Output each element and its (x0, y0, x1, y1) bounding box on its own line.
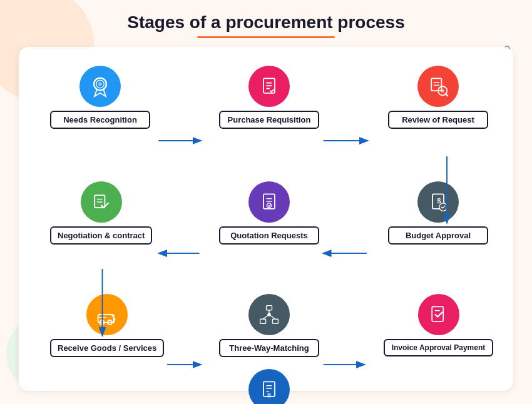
icon-invoice-approval (418, 294, 459, 335)
flow-diagram: Needs Recognition Purchase Requisition (38, 59, 494, 378)
icon-three-way-matching (248, 294, 290, 335)
icon-quotation-requests (248, 181, 290, 223)
node-needs-recognition: Needs Recognition (50, 66, 150, 129)
label-receive-goods: Receive Goods / Services (50, 339, 164, 357)
icon-review-of-request (417, 66, 459, 107)
node-quotation-requests: Quotation Requests (219, 181, 319, 245)
svg-text:$: $ (437, 196, 441, 205)
node-three-way-matching: Three-Way-Matching (219, 294, 319, 357)
label-purchase-requisition: Purchase Requisition (219, 111, 319, 129)
svg-rect-43 (267, 393, 270, 397)
svg-rect-32 (272, 319, 278, 323)
label-needs-recognition: Needs Recognition (50, 111, 150, 129)
icon-purchase-requisition (248, 66, 290, 107)
svg-rect-30 (267, 306, 272, 310)
label-three-way-matching: Three-Way-Matching (219, 339, 319, 357)
page-title: Stages of a procurement process (13, 6, 519, 33)
main-container: Stages of a procurement process Needs Re… (0, 0, 532, 397)
svg-rect-10 (431, 78, 441, 91)
icon-receive-goods (86, 294, 128, 335)
node-review-of-request: Review of Request (388, 66, 488, 129)
node-invoice-approval: Invoice Approval Payment (384, 294, 493, 356)
svg-point-15 (441, 89, 444, 93)
node-negotiation-contract: Negotiation & contract (50, 181, 152, 245)
icon-record-keeping (248, 369, 290, 404)
label-budget-approval: Budget Approval (388, 226, 488, 245)
label-quotation-requests: Quotation Requests (219, 226, 319, 245)
icon-needs-recognition (79, 66, 121, 107)
icon-negotiation-contract (81, 181, 122, 223)
label-invoice-approval: Invoice Approval Payment (384, 339, 493, 356)
node-budget-approval: $ Budget Approval (388, 181, 488, 245)
icon-budget-approval: $ (417, 181, 459, 223)
svg-line-14 (446, 94, 448, 96)
diagram-card: Needs Recognition Purchase Requisition (19, 47, 513, 391)
svg-rect-37 (432, 306, 443, 321)
node-receive-goods: Receive Goods / Services (50, 294, 164, 357)
label-negotiation-contract: Negotiation & contract (50, 226, 152, 245)
node-record-keeping: Record Keeping (219, 369, 319, 404)
label-review-of-request: Review of Request (388, 111, 488, 129)
svg-rect-16 (95, 195, 105, 208)
svg-point-36 (267, 313, 270, 316)
svg-point-5 (98, 83, 101, 86)
svg-rect-31 (260, 319, 266, 323)
title-underline (197, 36, 335, 38)
node-purchase-requisition: Purchase Requisition (219, 66, 319, 129)
